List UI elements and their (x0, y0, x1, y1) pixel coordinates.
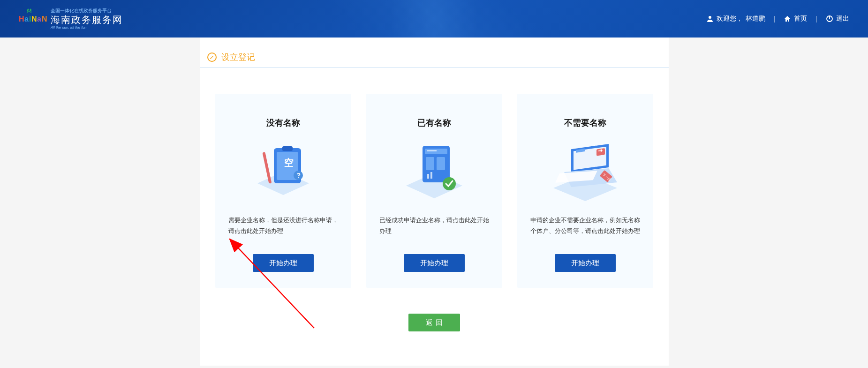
svg-point-7 (30, 8, 31, 10)
separator: | (815, 15, 817, 23)
option-cards: 没有名称 空 ? 需要企业名称，但是 (200, 94, 669, 288)
svg-text:N: N (42, 15, 47, 23)
start-button-no-need-name[interactable]: 开始办理 (555, 254, 616, 272)
username: 林道鹏 (746, 15, 765, 23)
card-title: 已有名称 (379, 117, 489, 128)
clipboard-empty-icon: 空 ? (246, 139, 321, 204)
logout-icon (826, 15, 833, 23)
logo-tagline: All the sun, all the fun (51, 25, 123, 30)
home-link[interactable]: 首页 (784, 15, 807, 23)
laptop-icon: 下一步 (548, 139, 623, 204)
start-button-no-name[interactable]: 开始办理 (253, 254, 314, 272)
svg-rect-22 (427, 150, 437, 151)
hainan-logo-icon: H a i N a N (19, 8, 47, 30)
svg-text:a: a (37, 15, 41, 23)
svg-text:a: a (24, 15, 29, 23)
svg-rect-23 (426, 157, 434, 170)
section-title: 设立登记 (221, 52, 255, 63)
logo-subtitle: 全国一体化在线政务服务平台 (51, 8, 123, 14)
card-has-name: 已有名称 (366, 94, 502, 288)
logout-label: 退出 (836, 15, 849, 23)
card-description: 申请的企业不需要企业名称，例如无名称个体户、分公司等，请点击此处开始办理 (530, 215, 640, 240)
back-button-wrapper: 返回 (200, 314, 669, 331)
section-header: 设立登记 (200, 52, 669, 68)
svg-text:空: 空 (284, 158, 294, 168)
header-nav: 欢迎您，林道鹏 | 首页 | 退出 (706, 15, 849, 23)
card-no-name: 没有名称 空 ? 需要企业名称，但是 (215, 94, 351, 288)
logo-area: H a i N a N 全国一体化在线政务服务平台 海南政务服务网 All th… (19, 8, 123, 30)
separator: | (774, 15, 776, 23)
svg-text:?: ? (296, 172, 301, 179)
svg-text:i: i (29, 15, 31, 23)
start-button-has-name[interactable]: 开始办理 (404, 254, 465, 272)
back-button[interactable]: 返回 (408, 314, 460, 331)
svg-point-8 (709, 16, 711, 19)
card-no-need-name: 不需要名称 (517, 94, 653, 288)
clipboard-check-icon (397, 139, 472, 204)
main-content: 设立登记 没有名称 空 ? (200, 38, 669, 366)
user-welcome[interactable]: 欢迎您，林道鹏 (706, 15, 765, 23)
svg-rect-25 (427, 174, 429, 179)
svg-rect-18 (262, 152, 272, 184)
svg-text:N: N (31, 15, 37, 23)
welcome-prefix: 欢迎您， (717, 15, 743, 23)
card-title: 没有名称 (228, 117, 338, 128)
svg-point-6 (28, 8, 29, 10)
card-title: 不需要名称 (530, 117, 640, 128)
logo-title: 海南政务服务网 (51, 14, 123, 26)
svg-text:H: H (19, 15, 24, 23)
site-header: H a i N a N 全国一体化在线政务服务平台 海南政务服务网 All th… (0, 0, 868, 38)
home-icon (784, 15, 791, 23)
card-description: 需要企业名称，但是还没进行名称申请，请点击此处开始办理 (228, 215, 338, 240)
svg-rect-14 (282, 146, 293, 151)
user-icon (706, 15, 714, 23)
svg-rect-26 (430, 172, 432, 179)
svg-point-27 (443, 177, 456, 190)
home-label: 首页 (794, 15, 807, 23)
logo-text: 全国一体化在线政务服务平台 海南政务服务网 All the sun, all t… (51, 8, 123, 30)
card-description: 已经成功申请企业名称，请点击此处开始办理 (379, 215, 489, 240)
logout-link[interactable]: 退出 (826, 15, 849, 23)
edit-circle-icon (207, 53, 217, 62)
svg-rect-24 (437, 157, 445, 170)
